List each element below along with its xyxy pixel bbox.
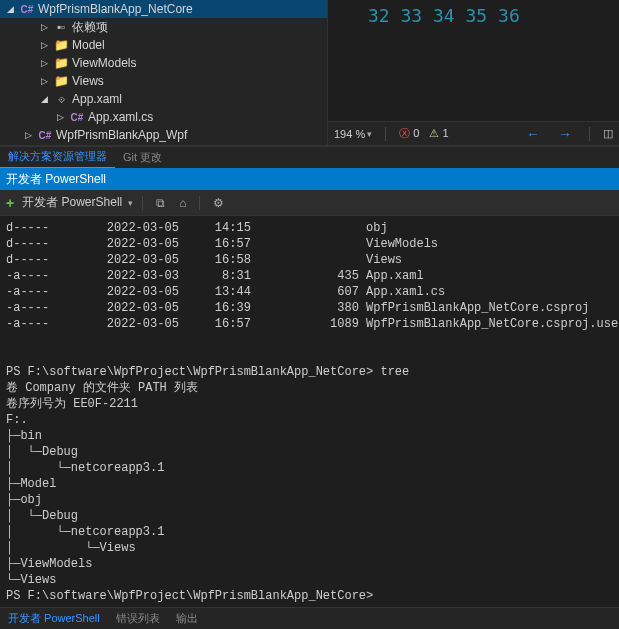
- solution-explorer: ◢ C# WpfPrismBlankApp_NetCore ▷▪▫依赖项▷📁Mo…: [0, 0, 328, 145]
- csharp-project-icon: C#: [20, 4, 34, 15]
- tab-git-changes[interactable]: Git 更改: [115, 147, 170, 168]
- chevron-right-icon[interactable]: ▷: [38, 57, 50, 69]
- tree-item[interactable]: ▷📁Model: [0, 36, 327, 54]
- tree-item-label: Views: [72, 74, 104, 88]
- home-icon[interactable]: ⌂: [175, 196, 190, 210]
- tab-output[interactable]: 输出: [168, 608, 206, 629]
- divider: [199, 196, 200, 210]
- project-label: WpfPrismBlankApp_NetCore: [38, 2, 193, 16]
- tree-item-label: 依赖项: [72, 19, 108, 36]
- warnings-indicator[interactable]: ⚠ 1: [429, 127, 448, 140]
- add-terminal-button[interactable]: +: [6, 195, 14, 211]
- chevron-down-icon[interactable]: ◢: [4, 3, 16, 15]
- output-tabstrip: 开发者 PowerShell 错误列表 输出: [0, 607, 619, 629]
- tree-item[interactable]: ▷C#WpfPrismBlankApp_Wpf: [0, 126, 327, 144]
- tree-item[interactable]: ▷📁ViewModels: [0, 54, 327, 72]
- folder-icon: 📁: [54, 74, 68, 88]
- zoom-select[interactable]: 194 % ▾: [334, 128, 372, 140]
- terminal-output[interactable]: d----- 2022-03-05 14:15 obj d----- 2022-…: [0, 216, 619, 607]
- error-icon: ⓧ: [399, 127, 410, 139]
- chevron-right-icon[interactable]: ▷: [22, 129, 34, 141]
- terminal-titlebar: 开发者 PowerShell: [0, 168, 619, 190]
- tree-item[interactable]: ▷C#App.xaml.cs: [0, 108, 327, 126]
- split-icon[interactable]: ◫: [603, 127, 613, 140]
- code-editor[interactable]: 32 33 34 35 36 194 % ▾ ⓧ 0 ⚠ 1 ← → ◫: [328, 0, 619, 145]
- tree-item[interactable]: ▷📁Views: [0, 72, 327, 90]
- divider: [385, 127, 386, 141]
- csharp-file-icon: C#: [70, 112, 84, 123]
- terminal-profile-label[interactable]: 开发者 PowerShell: [22, 194, 122, 211]
- editor-status-bar: 194 % ▾ ⓧ 0 ⚠ 1 ← → ◫: [328, 121, 619, 145]
- gear-icon[interactable]: ⚙: [209, 196, 228, 210]
- line-number-gutter: 32 33 34 35 36: [328, 0, 619, 29]
- error-count: 0: [413, 127, 419, 139]
- tree-item-label: ViewModels: [72, 56, 136, 70]
- chevron-right-icon[interactable]: ▷: [38, 75, 50, 87]
- nav-forward-button[interactable]: →: [554, 126, 576, 142]
- tab-solution-explorer[interactable]: 解决方案资源管理器: [0, 146, 115, 169]
- csharp-project-icon: C#: [38, 130, 52, 141]
- warning-count: 1: [442, 127, 448, 139]
- tab-developer-powershell[interactable]: 开发者 PowerShell: [0, 608, 108, 629]
- errors-indicator[interactable]: ⓧ 0: [399, 126, 419, 141]
- tree-item[interactable]: ▷▪▫依赖项: [0, 18, 327, 36]
- folder-icon: 📁: [54, 56, 68, 70]
- xaml-file-icon: ⟐: [54, 92, 68, 106]
- chevron-down-icon[interactable]: ◢: [38, 93, 50, 105]
- tree-item-label: App.xaml.cs: [88, 110, 153, 124]
- terminal-toolbar: + 开发者 PowerShell ▾ ⧉ ⌂ ⚙: [0, 190, 619, 216]
- chevron-right-icon[interactable]: ▷: [38, 21, 50, 33]
- terminal-title: 开发者 PowerShell: [6, 171, 106, 188]
- divider: [142, 196, 143, 210]
- chevron-down-icon[interactable]: ▾: [128, 198, 133, 208]
- tree-item[interactable]: ◢⟐App.xaml: [0, 90, 327, 108]
- chevron-right-icon[interactable]: ▷: [38, 39, 50, 51]
- tree-item-label: App.xaml: [72, 92, 122, 106]
- explorer-tabstrip: 解决方案资源管理器 Git 更改: [0, 146, 619, 168]
- warning-icon: ⚠: [429, 127, 439, 139]
- divider: [589, 127, 590, 141]
- tree-item-label: WpfPrismBlankApp_Wpf: [56, 128, 187, 142]
- tree-item-label: Model: [72, 38, 105, 52]
- zoom-value: 194 %: [334, 128, 365, 140]
- folder-icon: 📁: [54, 38, 68, 52]
- chevron-right-icon[interactable]: ▷: [54, 111, 66, 123]
- references-icon: ▪▫: [54, 20, 68, 34]
- tab-error-list[interactable]: 错误列表: [108, 608, 168, 629]
- chevron-down-icon: ▾: [367, 129, 372, 139]
- copy-icon[interactable]: ⧉: [152, 196, 169, 210]
- nav-back-button[interactable]: ←: [522, 126, 544, 142]
- project-node-root[interactable]: ◢ C# WpfPrismBlankApp_NetCore: [0, 0, 327, 18]
